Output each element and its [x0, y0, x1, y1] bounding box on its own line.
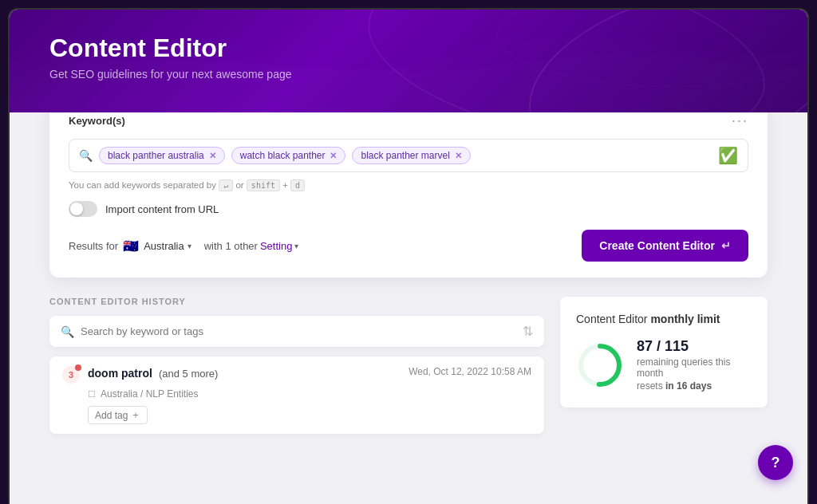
import-toggle-label: Import content from URL: [105, 203, 219, 215]
add-tag-button[interactable]: Add tag ＋: [88, 406, 148, 424]
limit-card: Content Editor monthly limit: [560, 297, 768, 408]
history-item: 3 doom patrol (and 5 more) Wed, Oct 12, …: [49, 356, 544, 434]
history-section-label: CONTENT EDITOR HISTORY: [49, 297, 544, 306]
app-container: Content Editor Get SEO guidelines for yo…: [8, 8, 809, 504]
keywords-input-area[interactable]: 🔍 black panther australia ✕ watch black …: [69, 139, 748, 172]
create-content-editor-button[interactable]: Create Content Editor ↵: [582, 230, 748, 262]
hint-key-d: d: [290, 179, 305, 191]
history-search-icon: 🔍: [61, 325, 74, 338]
history-panel: CONTENT EDITOR HISTORY 🔍 ⇅ 3 doom patrol: [49, 297, 544, 434]
main-content: Keyword(s) ··· 🔍 black panther australia…: [10, 112, 807, 504]
check-icon: ✅: [718, 146, 738, 165]
limit-remaining-text: remaining queries this month: [637, 356, 752, 379]
results-for-text: Results for 🇦🇺 Australia ▾: [69, 238, 191, 254]
other-setting-dropdown[interactable]: with 1 other Setting ▾: [204, 240, 299, 252]
keywords-card: Keyword(s) ··· 🔍 black panther australia…: [49, 112, 768, 278]
limit-title: Content Editor monthly limit: [576, 313, 752, 325]
keyword-tag-1: black panther australia ✕: [99, 147, 225, 164]
tag-close-1[interactable]: ✕: [209, 151, 216, 161]
history-more-text: (and 5 more): [156, 368, 218, 380]
australia-flag: 🇦🇺: [123, 238, 139, 254]
import-toggle-row: Import content from URL: [69, 201, 748, 217]
country-chevron-icon: ▾: [187, 242, 191, 250]
badge-dot: [75, 364, 81, 371]
page-title: Content Editor: [49, 33, 768, 63]
history-meta-text: Australia / NLP Entities: [101, 388, 199, 400]
bottom-section: CONTENT EDITOR HISTORY 🔍 ⇅ 3 doom patrol: [49, 297, 768, 434]
history-meta: ☐ Australia / NLP Entities: [88, 388, 531, 400]
filter-icon[interactable]: ⇅: [523, 324, 533, 339]
doc-icon: ☐: [88, 389, 96, 400]
hint-key-enter: ↵: [219, 179, 233, 191]
header: Content Editor Get SEO guidelines for yo…: [10, 10, 807, 112]
hint-key-shift: shift: [247, 179, 280, 191]
card-header: Keyword(s) ···: [69, 112, 748, 129]
history-search-input[interactable]: [81, 325, 516, 337]
history-item-header: 3 doom patrol (and 5 more) Wed, Oct 12, …: [62, 366, 531, 384]
tag-close-3[interactable]: ✕: [455, 151, 462, 161]
limit-info: 87 / 115 remaining queries this month re…: [637, 338, 752, 392]
donut-chart: [576, 341, 624, 389]
keyword-tag-2: watch black panther ✕: [231, 147, 346, 164]
history-item-info: doom patrol (and 5 more): [88, 366, 218, 380]
history-date: Wed, Oct 12, 2022 10:58 AM: [408, 366, 531, 377]
dots-menu-icon[interactable]: ···: [732, 112, 748, 129]
setting-chevron-icon: ▾: [294, 242, 298, 250]
history-badge: 3: [62, 366, 80, 384]
keyword-hint: You can add keywords separated by ↵ or s…: [69, 180, 748, 190]
plus-icon: ＋: [131, 408, 140, 422]
limit-numbers: 87 / 115: [637, 338, 752, 355]
search-icon: 🔍: [79, 149, 93, 162]
help-button[interactable]: ?: [758, 445, 793, 480]
page-subtitle: Get SEO guidelines for your next awesome…: [49, 68, 768, 81]
country-selector[interactable]: Australia ▾: [144, 240, 191, 252]
enter-icon: ↵: [721, 239, 731, 252]
import-url-toggle[interactable]: [69, 201, 97, 217]
keyword-tag-3: black panther marvel ✕: [352, 147, 470, 164]
results-row: Results for 🇦🇺 Australia ▾ with 1 other …: [69, 230, 748, 262]
history-search-row[interactable]: 🔍 ⇅: [49, 316, 544, 347]
keywords-label: Keyword(s): [69, 115, 125, 127]
limit-reset-text: resets in 16 days: [637, 380, 752, 392]
limit-visual: 87 / 115 remaining queries this month re…: [576, 338, 752, 392]
limit-panel: Content Editor monthly limit: [560, 297, 768, 434]
tag-close-2[interactable]: ✕: [330, 151, 337, 161]
